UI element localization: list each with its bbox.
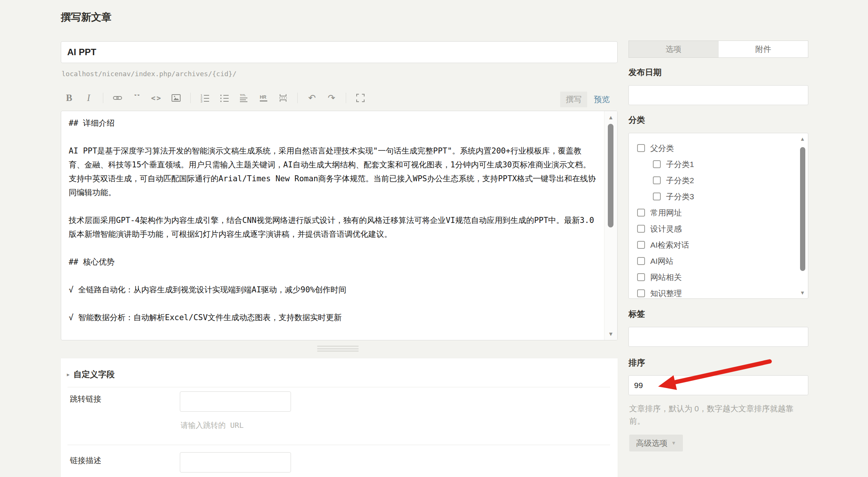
order-help-text: 文章排序，默认为 0，数字越大文章排序就越靠前。 (629, 402, 794, 427)
ordered-list-button[interactable]: 123 (199, 92, 211, 104)
category-item[interactable]: 常用网址 (637, 205, 797, 221)
image-button[interactable] (170, 92, 182, 104)
link-button[interactable] (112, 92, 124, 104)
custom-fields-title: 自定义字段 (74, 369, 115, 380)
post-title-input[interactable] (61, 41, 618, 63)
toolbar-divider (346, 93, 346, 103)
checkbox-icon[interactable] (653, 193, 661, 200)
image-icon (171, 93, 181, 102)
custom-fields-panel: ▸ 自定义字段 跳转链接 请输入跳转的 URL 链接描述 (61, 358, 618, 477)
horizontal-rule-button[interactable]: HR (258, 92, 270, 104)
heading-icon: TITL (240, 93, 249, 102)
checkbox-icon[interactable] (637, 209, 645, 217)
undo-icon: ↶ (308, 93, 316, 103)
category-list-box: 父分类 子分类1 子分类2 子分类3 常用网址 设计灵感 AI检索对话 AI网站… (628, 133, 808, 299)
scroll-down-icon[interactable]: ▼ (604, 331, 617, 337)
permalink-slug: localhost/nicenav/index.php/archives/{ci… (62, 70, 237, 78)
publish-date-label: 发布日期 (628, 67, 662, 78)
toolbar-divider (103, 93, 103, 103)
undo-button[interactable]: ↶ (306, 92, 318, 104)
tab-preview[interactable]: 预览 (594, 94, 610, 105)
category-scrollbar[interactable]: ▲ ▼ (797, 134, 808, 298)
horizontal-rule-icon: HR (259, 93, 268, 102)
checkbox-icon[interactable] (653, 160, 661, 168)
ordered-list-icon: 123 (200, 93, 209, 102)
page-title: 撰写新文章 (61, 11, 112, 24)
category-item[interactable]: 子分类2 (637, 172, 797, 188)
checkbox-icon[interactable] (637, 144, 645, 152)
tags-input[interactable] (628, 327, 808, 347)
editor-scrollbar[interactable]: ▲ ▼ (604, 111, 617, 340)
code-icon: <> (151, 94, 162, 102)
custom-fields-toggle[interactable]: ▸ 自定义字段 (67, 369, 115, 380)
checkbox-icon[interactable] (637, 289, 645, 297)
redo-button[interactable]: ↷ (326, 92, 338, 104)
category-item[interactable]: 子分类3 (637, 188, 797, 205)
divider (68, 387, 610, 387)
svg-text:3: 3 (200, 99, 202, 102)
jump-link-input[interactable] (180, 391, 291, 412)
editor-resize-handle[interactable] (317, 346, 359, 352)
sidebar-tabs: 选项 附件 (628, 41, 808, 58)
bold-icon: B (66, 93, 72, 103)
category-list: 父分类 子分类1 子分类2 子分类3 常用网址 设计灵感 AI检索对话 AI网站… (629, 133, 797, 298)
category-item[interactable]: 子分类1 (637, 156, 797, 172)
blockquote-icon: “ (134, 95, 140, 101)
checkbox-icon[interactable] (637, 273, 645, 281)
collapse-arrow-icon: ▸ (67, 371, 70, 378)
unordered-list-button[interactable] (219, 92, 231, 104)
page-break-button[interactable] (277, 92, 289, 104)
scroll-down-icon[interactable]: ▼ (797, 290, 808, 296)
scroll-up-icon[interactable]: ▲ (797, 136, 808, 142)
category-scrollbar-thumb[interactable] (800, 147, 805, 271)
code-button[interactable]: <> (151, 92, 163, 104)
svg-text:TITL: TITL (240, 93, 246, 97)
field-label: 跳转链接 (70, 394, 101, 404)
field-hint: 请输入跳转的 URL (181, 420, 244, 430)
category-item[interactable]: 网站相关 (637, 269, 797, 285)
category-item[interactable]: AI检索对话 (637, 237, 797, 253)
divider (68, 445, 610, 445)
bold-button[interactable]: B (63, 92, 75, 104)
editor-box: ## 详细介绍 AI PPT是基于深度学习算法开发的智能演示文稿生成系统，采用自… (61, 111, 618, 340)
toolbar-divider (297, 93, 298, 103)
scroll-up-icon[interactable]: ▲ (604, 114, 617, 120)
link-description-input[interactable] (180, 452, 291, 472)
svg-text:HR: HR (260, 95, 267, 100)
heading-button[interactable]: TITL (238, 92, 250, 104)
editor-toolbar: B I “ <> 123 TITL HR ↶ ↷ (59, 91, 370, 105)
toolbar-divider (190, 93, 191, 103)
tab-options[interactable]: 选项 (629, 41, 718, 57)
editor-scrollbar-thumb[interactable] (608, 124, 613, 227)
category-label: 分类 (628, 114, 645, 126)
italic-button[interactable]: I (83, 92, 95, 104)
tab-attachments[interactable]: 附件 (718, 41, 808, 57)
blockquote-button[interactable]: “ (131, 92, 143, 104)
category-item[interactable]: AI网站 (637, 253, 797, 269)
publish-date-input[interactable] (628, 85, 808, 105)
link-icon (113, 93, 122, 102)
editor-content[interactable]: ## 详细介绍 AI PPT是基于深度学习算法开发的智能演示文稿生成系统，采用自… (61, 111, 604, 340)
category-item[interactable]: 知识整理 (637, 285, 797, 298)
page-break-icon (279, 94, 288, 102)
advanced-options-button[interactable]: 高级选项 ▼ (629, 435, 683, 451)
checkbox-icon[interactable] (637, 241, 645, 249)
redo-icon: ↷ (328, 93, 335, 103)
category-item[interactable]: 设计灵感 (637, 221, 797, 237)
order-input[interactable] (628, 375, 808, 395)
order-label: 排序 (628, 357, 645, 369)
checkbox-icon[interactable] (637, 225, 645, 233)
category-item[interactable]: 父分类 (637, 140, 797, 156)
tab-write[interactable]: 撰写 (560, 92, 587, 107)
tags-label: 标签 (628, 308, 645, 320)
field-label: 链接描述 (70, 455, 101, 466)
unordered-list-icon (220, 93, 229, 102)
fullscreen-button[interactable] (354, 92, 366, 104)
checkbox-icon[interactable] (653, 176, 661, 184)
fullscreen-icon (356, 93, 365, 102)
italic-icon: I (87, 93, 90, 103)
editor-mode-tabs: 撰写 预览 (560, 92, 610, 107)
chevron-down-icon: ▼ (671, 440, 676, 446)
checkbox-icon[interactable] (637, 257, 645, 265)
